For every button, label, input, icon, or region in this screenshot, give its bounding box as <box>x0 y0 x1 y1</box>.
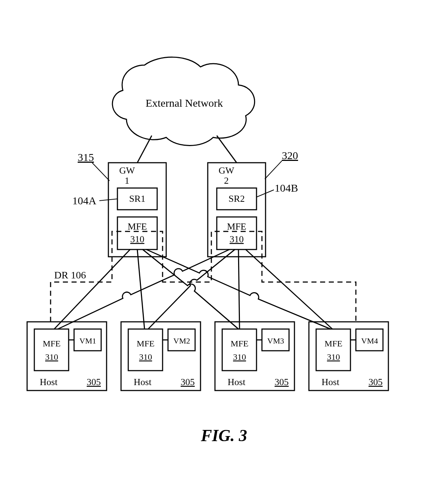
host2-label: Host <box>134 377 152 387</box>
external-network-cloud: External Network <box>112 57 255 145</box>
gw1-sr-ref: 104A <box>72 195 96 206</box>
svg-line-14 <box>54 249 130 329</box>
host1-vm-label: VM1 <box>79 336 96 345</box>
host1-mfe-ref: 310 <box>45 352 58 362</box>
link-cloud-gw1 <box>137 136 152 163</box>
host2-vm-label: VM2 <box>173 336 190 345</box>
gw2-title-a: GW <box>219 165 234 176</box>
diagram-canvas: External Network GW 1 SR1 MFE 310 315 10… <box>0 0 448 482</box>
svg-line-17 <box>246 249 332 329</box>
cloud-label: External Network <box>146 97 223 109</box>
host4-label: Host <box>322 377 340 387</box>
host4-mfe-label: MFE <box>324 339 342 348</box>
host3-mfe-ref: 310 <box>233 352 246 362</box>
gw2-mfe-ref: 310 <box>230 234 244 244</box>
host4-mfe-ref: 310 <box>327 352 340 362</box>
host2-box: MFE 310 VM2 Host 305 <box>121 322 201 391</box>
host1-ref: 305 <box>87 377 101 387</box>
host1-box: MFE 310 VM1 Host 305 <box>27 322 107 391</box>
host1-mfe-box <box>34 329 69 371</box>
gw2-sr-ref: 104B <box>275 182 298 194</box>
host4-box: MFE 310 VM4 Host 305 <box>309 322 388 391</box>
gw1-ref-callout: 315 <box>78 151 109 181</box>
gw1-sr-label: SR1 <box>129 193 146 204</box>
gw1-mfe-ref: 310 <box>130 234 145 244</box>
host1-mfe-label: MFE <box>43 339 60 348</box>
mesh-links <box>54 249 332 329</box>
host3-mfe-label: MFE <box>231 339 248 348</box>
gw2-ref: 320 <box>282 149 298 161</box>
gw1-ref: 315 <box>78 151 94 163</box>
gw1-title-a: GW <box>119 165 135 176</box>
gw1-mfe-label: MFE <box>128 221 147 232</box>
svg-line-16 <box>238 249 240 329</box>
gw1-box: GW 1 SR1 MFE 310 <box>108 163 166 257</box>
dr-label: DR 106 <box>54 269 86 281</box>
host1-label: Host <box>40 377 58 387</box>
svg-line-4 <box>265 161 282 179</box>
host3-vm-label: VM3 <box>267 336 284 345</box>
host2-mfe-label: MFE <box>137 339 154 348</box>
host3-mfe-box <box>222 329 257 371</box>
host4-ref: 305 <box>369 377 383 387</box>
link-cloud-gw2 <box>217 136 237 163</box>
gw2-box: GW 2 SR2 MFE 310 <box>208 163 266 257</box>
host2-ref: 305 <box>181 377 195 387</box>
gw2-mfe-label: MFE <box>227 221 246 232</box>
gw1-title-b: 1 <box>125 175 129 186</box>
gw2-sr-label: SR2 <box>229 193 245 204</box>
svg-line-1 <box>92 163 109 181</box>
host3-label: Host <box>228 377 246 387</box>
host2-mfe-ref: 310 <box>139 352 152 362</box>
figure-label: FIG. 3 <box>201 426 247 445</box>
host4-mfe-box <box>316 329 350 371</box>
host4-vm-label: VM4 <box>361 336 378 345</box>
host2-mfe-box <box>128 329 163 371</box>
gw2-title-b: 2 <box>224 175 229 186</box>
host3-ref: 305 <box>275 377 289 387</box>
gw2-ref-callout: 320 <box>265 149 298 179</box>
host3-box: MFE 310 VM3 Host 305 <box>215 322 294 391</box>
